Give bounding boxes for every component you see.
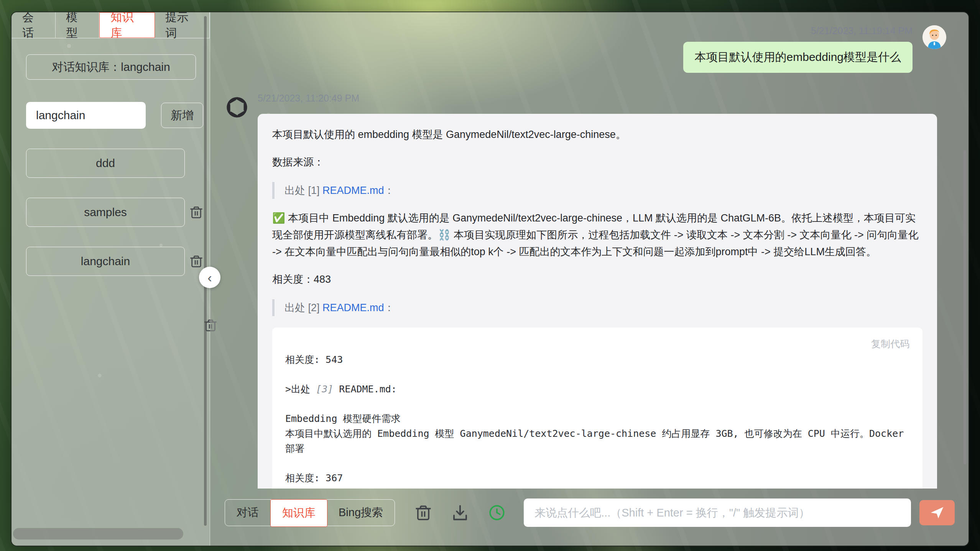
source-quote-2: 出处 [2] README.md： bbox=[272, 299, 922, 316]
copy-code-button[interactable]: 复制代码 bbox=[285, 335, 909, 352]
source-excerpt-paragraph: ✅ 本项目中 Embedding 默认选用的是 GanymedeNil/text… bbox=[272, 210, 922, 260]
mode-bing-search[interactable]: Bing搜索 bbox=[327, 500, 395, 526]
source-quote-1: 出处 [1] README.md： bbox=[272, 182, 922, 199]
assistant-avatar bbox=[225, 96, 248, 119]
code-line: 本项目中默认选用的 Embedding 模型 GanymedeNil/text2… bbox=[285, 426, 909, 456]
chat-main-area: 5/21/2023, 11:19:14 PM 本项目默认使用的embedding… bbox=[210, 12, 968, 546]
knowledge-base-item-row: ddd bbox=[12, 149, 210, 178]
user-avatar bbox=[922, 25, 946, 49]
source-suffix: ： bbox=[384, 302, 395, 313]
data-source-heading: 数据来源： bbox=[272, 154, 922, 171]
code-line: 相关度: 543 bbox=[285, 352, 909, 367]
download-export-icon[interactable] bbox=[452, 504, 469, 521]
delete-knowledge-base-icon[interactable] bbox=[190, 254, 203, 269]
knowledge-base-item-row: langchain bbox=[12, 247, 210, 276]
delete-knowledge-base-icon[interactable] bbox=[190, 205, 203, 220]
source-prefix: 出处 [2] bbox=[284, 302, 322, 313]
user-message-row: 5/21/2023, 11:19:14 PM 本项目默认使用的embedding… bbox=[225, 25, 946, 73]
add-knowledge-base-button[interactable]: 新增 bbox=[161, 103, 203, 128]
chat-vertical-scrollbar[interactable] bbox=[964, 150, 967, 464]
tab-prompt[interactable]: 提示词 bbox=[155, 12, 210, 38]
user-message-bubble: 本项目默认使用的embedding模型是什么 bbox=[683, 42, 913, 73]
mode-chat[interactable]: 对话 bbox=[225, 500, 271, 526]
sidebar-collapse-button[interactable]: ‹ bbox=[199, 267, 220, 288]
source-suffix: ： bbox=[384, 185, 395, 196]
chevron-left-icon: ‹ bbox=[207, 270, 212, 285]
knowledge-base-item-row: samples bbox=[12, 198, 210, 227]
message-list: 5/21/2023, 11:19:14 PM 本项目默认使用的embedding… bbox=[210, 12, 968, 489]
message-input[interactable] bbox=[524, 499, 911, 527]
history-clock-icon[interactable] bbox=[488, 504, 505, 521]
sidebar-tabs: 会话 模型 知识库 提示词 bbox=[12, 12, 210, 38]
sidebar-horizontal-scrollbar[interactable] bbox=[13, 528, 183, 540]
tab-conversation[interactable]: 会话 bbox=[12, 12, 56, 38]
code-block: 复制代码 相关度: 543 >出处 [3] README.md: Embeddi… bbox=[272, 328, 922, 489]
paper-plane-icon bbox=[929, 506, 945, 520]
clear-conversation-trash-icon[interactable] bbox=[415, 504, 432, 521]
knowledge-base-name-input[interactable] bbox=[26, 102, 146, 129]
readme-link[interactable]: README.md bbox=[322, 185, 384, 196]
send-button[interactable] bbox=[919, 500, 955, 525]
knowledge-base-create-row: 新增 bbox=[26, 102, 210, 129]
app-window: 会话 模型 知识库 提示词 对话知识库：langchain 新增 ddd sam… bbox=[11, 11, 969, 546]
answer-paragraph: 本项目默认使用的 embedding 模型是 GanymedeNil/text2… bbox=[272, 126, 922, 143]
knowledge-base-item-langchain[interactable]: langchain bbox=[26, 247, 185, 276]
composer-bar: 对话 知识库 Bing搜索 bbox=[225, 498, 955, 527]
code-line: >出处 [3] README.md: bbox=[285, 382, 909, 397]
knowledge-base-item-samples[interactable]: samples bbox=[26, 198, 185, 227]
source-ref: [3] bbox=[316, 384, 333, 395]
current-knowledge-base-label: 对话知识库：langchain bbox=[26, 54, 196, 80]
mode-switcher: 对话 知识库 Bing搜索 bbox=[225, 499, 395, 526]
code-line: Embedding 模型硬件需求 bbox=[285, 411, 909, 426]
assistant-message-card: 本项目默认使用的 embedding 模型是 GanymedeNil/text2… bbox=[258, 114, 937, 489]
assistant-message-timestamp: 5/21/2023, 11:20:49 PM bbox=[258, 93, 937, 104]
mode-knowledge-base[interactable]: 知识库 bbox=[270, 499, 327, 527]
source-prefix: 出处 [1] bbox=[284, 185, 322, 196]
person-avatar-icon bbox=[922, 25, 946, 49]
user-message-timestamp: 5/21/2023, 11:19:14 PM bbox=[811, 25, 913, 36]
knowledge-base-item-ddd[interactable]: ddd bbox=[26, 149, 185, 178]
assistant-message-row: 5/21/2023, 11:20:49 PM 本项目默认使用的 embeddin… bbox=[225, 93, 946, 489]
readme-link[interactable]: README.md bbox=[322, 302, 384, 313]
openai-logo-icon bbox=[225, 96, 248, 119]
tab-model[interactable]: 模型 bbox=[56, 12, 100, 38]
relevance-score: 相关度：483 bbox=[272, 271, 922, 288]
sidebar: 会话 模型 知识库 提示词 对话知识库：langchain 新增 ddd sam… bbox=[12, 12, 210, 546]
code-line: 相关度: 367 bbox=[285, 471, 909, 485]
tab-knowledge-base[interactable]: 知识库 bbox=[99, 12, 155, 38]
